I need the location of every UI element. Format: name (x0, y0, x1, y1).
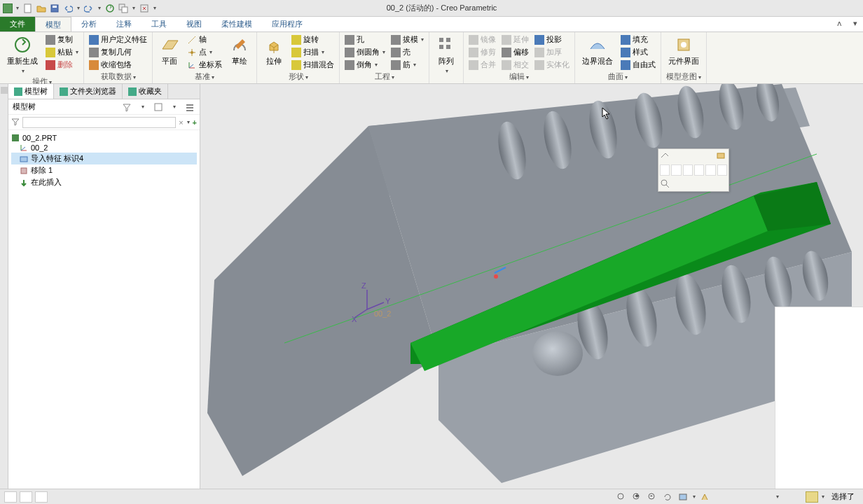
copy-geom-button[interactable]: 复制几何 (87, 46, 149, 58)
sb-zoom-out-icon[interactable]: - (646, 491, 658, 503)
draft-button[interactable]: 拔模▾ (389, 34, 426, 46)
search-clear-icon[interactable]: × (179, 118, 183, 127)
csys-button[interactable]: 坐标系 (185, 59, 224, 71)
style-button[interactable]: 样式 (619, 46, 658, 58)
redo-icon[interactable] (83, 3, 95, 14)
search-add-icon[interactable]: + (193, 118, 197, 127)
offset-button[interactable]: 偏移 (499, 46, 531, 58)
sketch-button[interactable]: 草绘 (226, 34, 254, 68)
fill-button[interactable]: 加厚填充投影 (532, 34, 572, 46)
ctx-more-icon[interactable] (717, 164, 727, 176)
regenerate-icon[interactable] (104, 3, 116, 14)
pattern-button[interactable]: 阵列 ▾ (432, 34, 460, 76)
sweep-button[interactable]: 扫描▾ (289, 46, 336, 58)
tree-settings-icon[interactable] (184, 102, 195, 113)
sb-zoom-in-icon[interactable]: + (630, 491, 643, 503)
pattern-drop-icon[interactable]: ▾ (446, 68, 448, 74)
tab-file[interactable]: 文件 (0, 17, 35, 31)
mirror-button[interactable]: 镜像 (467, 34, 498, 46)
point-button[interactable]: 点▾ (185, 46, 224, 58)
browser-tab-icon[interactable] (1, 87, 8, 94)
sb-selection-filter-icon[interactable] (806, 491, 818, 503)
trim-button[interactable]: 修剪 (467, 46, 498, 58)
thicken-button[interactable]: 加厚 (532, 46, 572, 58)
sb-annotation-display-icon[interactable] (760, 491, 773, 503)
chamfer-button[interactable]: 倒角▾ (343, 59, 387, 71)
tab-flex-model[interactable]: 柔性建模 (212, 17, 262, 31)
windows-drop-icon[interactable]: ▾ (131, 5, 137, 11)
open-file-icon[interactable] (36, 3, 47, 14)
sb-msg-icon[interactable] (4, 491, 17, 503)
extrude-button[interactable]: 拉伸 (260, 34, 288, 68)
sb-datum-display-icon[interactable] (698, 491, 711, 503)
user-feature-button[interactable]: 用户定义特征 (87, 34, 149, 46)
side-tab-model-tree[interactable]: 模型树 (8, 84, 54, 99)
hole-button[interactable]: 孔 (343, 34, 387, 46)
regenerate-drop-icon[interactable]: ▾ (22, 68, 25, 74)
shell-button[interactable]: 壳 (389, 46, 426, 58)
sb-window-icon[interactable] (35, 491, 48, 503)
save-icon[interactable] (49, 3, 60, 14)
freestyle-button[interactable]: 自由式 (619, 59, 658, 71)
plane-button[interactable]: 平面 (156, 34, 184, 68)
ctx-btn-1[interactable] (660, 150, 671, 162)
search-filter-icon[interactable] (11, 118, 20, 127)
intersect-button[interactable]: 相交 (499, 59, 531, 71)
ctx-sketch-icon[interactable] (694, 164, 704, 176)
tab-tools[interactable]: 工具 (141, 17, 177, 31)
revolve-button[interactable]: 旋转 (289, 34, 336, 46)
extend-button[interactable]: 延伸 (499, 34, 531, 46)
sb-repaint-icon[interactable] (661, 491, 674, 503)
sb-find-icon[interactable] (20, 491, 32, 503)
tab-model[interactable]: 模型 (35, 17, 71, 31)
search-drop-icon[interactable]: ▾ (187, 119, 190, 125)
shrinkwrap-button[interactable]: 收缩包络 (87, 59, 149, 71)
sb-axis-display-icon[interactable] (714, 491, 726, 503)
tree-node-import-feature[interactable]: 导入特征 标识4 (11, 153, 197, 164)
delete-button[interactable]: 删除 (43, 59, 81, 71)
model-viewport[interactable]: Z Y X 00_2 (200, 84, 863, 489)
tab-analysis[interactable]: 分析 (71, 17, 106, 31)
new-file-icon[interactable] (22, 3, 34, 14)
tab-applications[interactable]: 应用程序 (262, 17, 312, 31)
regenerate-button[interactable]: 重新生成 ▾ (3, 34, 42, 76)
tab-annotate[interactable]: 注释 (106, 17, 141, 31)
qat-customize-drop-icon[interactable]: ▾ (152, 5, 158, 11)
tree-node-csys[interactable]: 00_2 (11, 143, 197, 153)
tree-root[interactable]: 00_2.PRT (11, 133, 197, 143)
side-tab-folder-browser[interactable]: 文件夹浏览器 (54, 84, 123, 99)
help-drop-icon[interactable]: ▾ (848, 17, 863, 31)
sweep-blend-button[interactable]: 扫描混合 (289, 59, 336, 71)
sb-point-display-icon[interactable] (729, 491, 742, 503)
component-interface-button[interactable]: 元件界面 (664, 34, 703, 68)
tree-show-icon[interactable] (153, 102, 164, 113)
tree-filter-icon[interactable] (121, 102, 132, 113)
merge-button[interactable]: 合并 (467, 59, 498, 71)
graphics-area[interactable]: Z Y X 00_2 (200, 84, 863, 489)
sb-display-style-icon[interactable] (677, 491, 689, 503)
app-menu-icon[interactable] (3, 4, 13, 13)
rib-button[interactable]: 筋▾ (389, 59, 426, 71)
tree-search-input[interactable] (22, 117, 176, 128)
sb-zoom-fit-icon[interactable] (615, 491, 628, 503)
ctx-plane-icon[interactable] (683, 164, 693, 176)
sb-csys-display-icon[interactable] (745, 491, 757, 503)
solidify-button[interactable]: 实体化 (532, 59, 572, 71)
tree-node-insert-here[interactable]: 在此插入 (11, 176, 197, 188)
ctx-search-icon[interactable] (660, 178, 671, 190)
tree-node-remove[interactable]: 移除 1 (11, 164, 197, 176)
axis-button[interactable]: 轴 (185, 34, 224, 46)
redo-drop-icon[interactable]: ▾ (97, 5, 102, 11)
copy-button[interactable]: 复制 (43, 34, 81, 46)
boundary-blend-button[interactable]: 边界混合 (578, 34, 617, 68)
side-tab-favorites[interactable]: 收藏夹 (123, 84, 168, 99)
undo-icon[interactable] (62, 3, 74, 14)
fill-surf-button[interactable]: 填充 (619, 34, 658, 46)
paste-button[interactable]: 粘贴▾ (43, 46, 81, 58)
ctx-copy-icon[interactable] (660, 164, 670, 176)
undo-drop-icon[interactable]: ▾ (76, 5, 81, 11)
close-window-icon[interactable] (139, 3, 150, 14)
windows-icon[interactable] (118, 3, 129, 14)
tab-view[interactable]: 视图 (177, 17, 212, 31)
ctx-csys-icon[interactable] (671, 164, 681, 176)
